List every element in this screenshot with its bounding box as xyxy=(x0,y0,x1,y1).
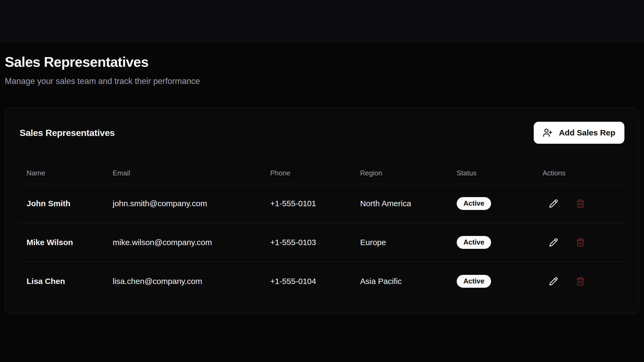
edit-button[interactable] xyxy=(549,238,558,247)
page-subtitle: Manage your sales team and track their p… xyxy=(5,76,639,87)
trash-icon xyxy=(576,238,585,247)
page-title: Sales Representatives xyxy=(5,54,639,70)
email-cell: lisa.chen@company.com xyxy=(106,262,263,301)
name-cell: Mike Wilson xyxy=(20,223,106,262)
top-header-band xyxy=(0,0,644,42)
email-cell: mike.wilson@company.com xyxy=(106,223,263,262)
name-cell: John Smith xyxy=(20,184,106,223)
phone-cell: +1-555-0101 xyxy=(263,184,353,223)
table-body: John Smith john.smith@company.com +1-555… xyxy=(20,184,624,301)
user-plus-icon xyxy=(543,128,552,138)
column-header-phone: Phone xyxy=(263,162,353,184)
card-header: Sales Representatives Add Sales Rep xyxy=(20,122,624,144)
column-header-actions: Actions xyxy=(536,162,624,184)
region-cell: Asia Pacific xyxy=(353,262,450,301)
page-container: Sales Representatives Manage your sales … xyxy=(0,54,644,314)
status-cell: Active xyxy=(450,184,536,223)
add-sales-rep-button-label: Add Sales Rep xyxy=(559,128,615,137)
sales-reps-table: Name Email Phone Region Status Actions J… xyxy=(20,162,624,301)
column-header-region: Region xyxy=(353,162,450,184)
actions-cell xyxy=(536,184,624,223)
sales-reps-card: Sales Representatives Add Sales Rep xyxy=(5,108,639,314)
edit-button[interactable] xyxy=(549,277,558,286)
status-badge: Active xyxy=(457,275,491,288)
table-row: Lisa Chen lisa.chen@company.com +1-555-0… xyxy=(20,262,624,301)
pencil-icon xyxy=(549,277,558,286)
table-row: Mike Wilson mike.wilson@company.com +1-5… xyxy=(20,223,624,262)
actions-cell xyxy=(536,223,624,262)
table-row: John Smith john.smith@company.com +1-555… xyxy=(20,184,624,223)
edit-button[interactable] xyxy=(549,199,558,208)
column-header-status: Status xyxy=(450,162,536,184)
card-title: Sales Representatives xyxy=(20,128,115,138)
region-cell: North America xyxy=(353,184,450,223)
email-cell: john.smith@company.com xyxy=(106,184,263,223)
status-badge: Active xyxy=(457,197,491,210)
phone-cell: +1-555-0104 xyxy=(263,262,353,301)
add-sales-rep-button[interactable]: Add Sales Rep xyxy=(534,122,624,144)
name-cell: Lisa Chen xyxy=(20,262,106,301)
status-cell: Active xyxy=(450,223,536,262)
region-cell: Europe xyxy=(353,223,450,262)
actions-cell xyxy=(536,262,624,301)
pencil-icon xyxy=(549,199,558,208)
delete-button[interactable] xyxy=(576,277,585,286)
status-cell: Active xyxy=(450,262,536,301)
trash-icon xyxy=(576,277,585,286)
column-header-name: Name xyxy=(20,162,106,184)
pencil-icon xyxy=(549,238,558,247)
table-header-row: Name Email Phone Region Status Actions xyxy=(20,162,624,184)
phone-cell: +1-555-0103 xyxy=(263,223,353,262)
trash-icon xyxy=(576,199,585,208)
status-badge: Active xyxy=(457,236,491,249)
delete-button[interactable] xyxy=(576,199,585,208)
delete-button[interactable] xyxy=(576,238,585,247)
column-header-email: Email xyxy=(106,162,263,184)
